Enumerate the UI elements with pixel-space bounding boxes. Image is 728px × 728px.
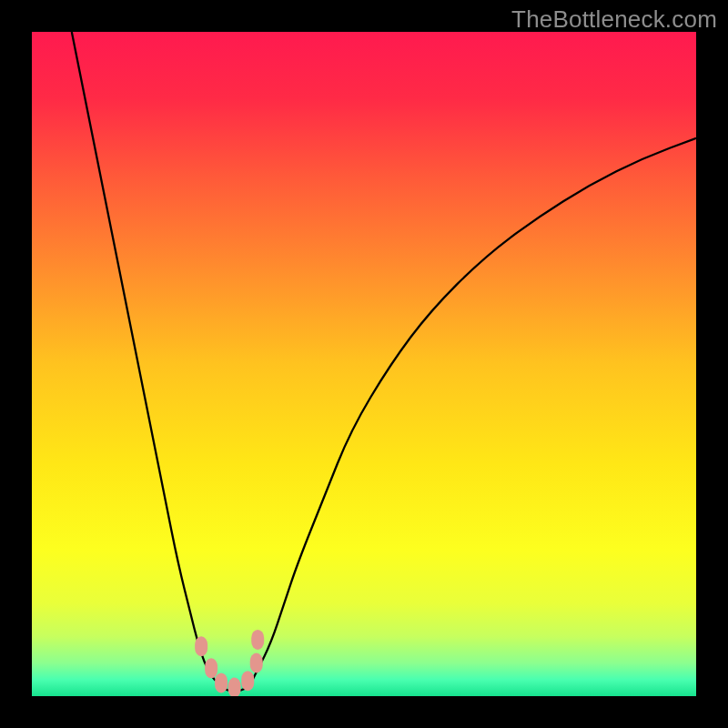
gradient-background [32, 32, 696, 696]
plot-area [32, 32, 696, 696]
chart-svg [32, 32, 696, 696]
marker-dot [228, 678, 241, 696]
marker-dot [250, 653, 263, 673]
watermark-text: TheBottleneck.com [511, 5, 717, 34]
marker-dot [251, 630, 264, 650]
marker-dot [195, 636, 207, 656]
marker-dot [241, 671, 254, 691]
marker-dot [215, 672, 228, 693]
chart-frame: TheBottleneck.com [0, 0, 728, 728]
marker-dot [205, 658, 217, 678]
